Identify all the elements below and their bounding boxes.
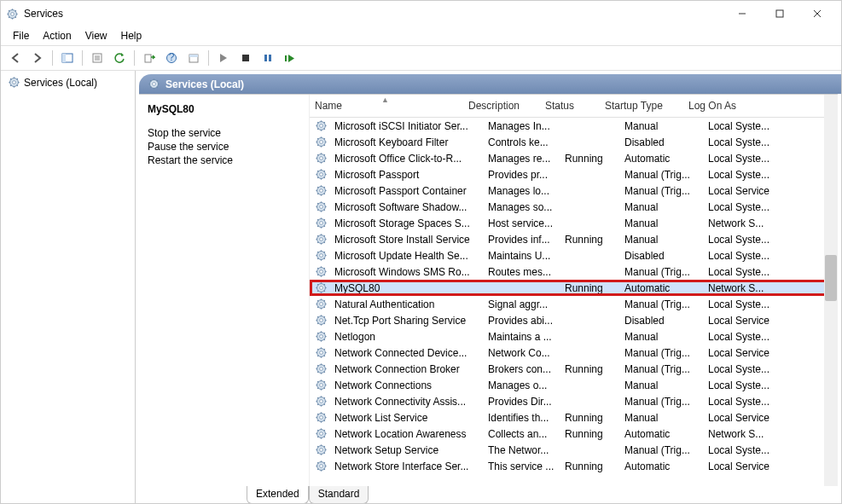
gear-icon xyxy=(315,411,328,424)
gear-icon xyxy=(315,379,328,391)
scrollbar[interactable] xyxy=(824,95,838,486)
cell-startup: Manual xyxy=(619,234,703,246)
cell-logon: Local Syste... xyxy=(703,120,780,132)
col-logon[interactable]: Log On As xyxy=(683,100,760,112)
cell-description: Routes mes... xyxy=(483,266,560,278)
service-row[interactable]: Microsoft Office Click-to-R...Manages re… xyxy=(310,150,838,166)
gear-icon xyxy=(315,281,328,294)
gear-icon xyxy=(315,217,328,229)
properties-button[interactable] xyxy=(88,49,107,67)
service-row[interactable]: Natural AuthenticationSignal aggr...Manu… xyxy=(310,296,838,312)
cell-logon: Local Syste... xyxy=(703,266,780,278)
cell-description: Controls ke... xyxy=(483,136,560,148)
service-row[interactable]: Network Connectivity Assis...Provides Di… xyxy=(310,393,838,409)
service-row[interactable]: Microsoft Storage Spaces S...Host servic… xyxy=(310,215,838,231)
col-startup[interactable]: Startup Type xyxy=(600,100,683,112)
service-row[interactable]: Network Location AwarenessCollects an...… xyxy=(310,426,838,442)
svg-rect-11 xyxy=(776,10,783,17)
nav-back-button[interactable] xyxy=(6,49,25,67)
close-button[interactable] xyxy=(798,2,836,26)
cell-name: Network Store Interface Ser... xyxy=(329,461,483,472)
cell-logon: Local Syste... xyxy=(703,250,780,262)
cell-description: Provides inf... xyxy=(483,234,560,246)
service-row[interactable]: Microsoft Software Shadow...Manages so..… xyxy=(310,199,838,215)
cell-status: Running xyxy=(560,363,619,375)
stop-service-button[interactable] xyxy=(236,49,255,67)
service-row[interactable]: Microsoft Passport ContainerManages lo..… xyxy=(310,182,838,199)
cell-startup: Manual (Trig... xyxy=(619,169,703,181)
service-row[interactable]: Network Connection BrokerBrokers con...R… xyxy=(310,361,838,377)
cell-logon: Local Syste... xyxy=(703,396,780,408)
menu-help[interactable]: Help xyxy=(116,28,148,43)
menu-action[interactable]: Action xyxy=(38,28,76,43)
service-row[interactable]: Net.Tcp Port Sharing ServiceProvides abi… xyxy=(310,312,838,328)
cell-description: Brokers con... xyxy=(483,363,560,375)
cell-description: Manages In... xyxy=(483,120,560,132)
tab-standard[interactable]: Standard xyxy=(309,486,369,504)
restart-service-button[interactable] xyxy=(281,49,299,67)
pause-service-button[interactable] xyxy=(258,49,277,67)
sort-indicator-icon: ▲ xyxy=(381,96,389,104)
refresh-button[interactable] xyxy=(110,49,129,67)
cell-startup: Automatic xyxy=(619,428,703,440)
window-title: Services xyxy=(24,8,63,20)
start-service-button[interactable] xyxy=(214,49,233,67)
cell-logon: Local Syste... xyxy=(703,379,780,391)
scroll-thumb[interactable] xyxy=(825,255,837,301)
service-row[interactable]: Microsoft Store Install ServiceProvides … xyxy=(310,231,838,247)
cell-description: Signal aggr... xyxy=(483,298,560,310)
maximize-button[interactable] xyxy=(761,2,798,26)
service-row[interactable]: NetlogonMaintains a ...ManualLocal Syste… xyxy=(310,328,838,345)
minimize-button[interactable] xyxy=(723,2,761,26)
cell-description: Manages o... xyxy=(483,379,560,391)
stop-link[interactable]: Stop xyxy=(148,127,169,139)
view-tabs: Extended Standard xyxy=(247,486,841,504)
gear-icon xyxy=(315,460,328,472)
cell-description: Network Co... xyxy=(483,347,560,359)
cell-startup: Manual (Trig... xyxy=(619,298,703,310)
tab-extended[interactable]: Extended xyxy=(247,486,309,504)
schedule-button[interactable] xyxy=(184,49,203,67)
service-row[interactable]: Microsoft Keyboard FilterControls ke...D… xyxy=(310,134,838,150)
service-row[interactable]: MySQL80RunningAutomaticNetwork S... xyxy=(310,280,838,296)
show-hide-tree-button[interactable] xyxy=(58,49,77,67)
cell-startup: Automatic xyxy=(619,461,703,472)
cell-startup: Manual xyxy=(619,201,703,213)
menu-view[interactable]: View xyxy=(80,28,113,43)
cell-startup: Manual (Trig... xyxy=(619,347,703,359)
cell-logon: Local Service xyxy=(703,412,780,424)
arrow-right-icon xyxy=(32,52,44,64)
svg-rect-25 xyxy=(242,55,249,61)
service-row[interactable]: Network Store Interface Ser...This servi… xyxy=(310,458,838,474)
cell-logon: Network S... xyxy=(703,217,780,229)
service-row[interactable]: Network Setup ServiceThe Networ...Manual… xyxy=(310,442,838,458)
export-button[interactable] xyxy=(140,49,159,67)
col-description[interactable]: Description xyxy=(463,100,540,112)
restart-link[interactable]: Restart xyxy=(148,154,181,166)
menubar: File Action View Help xyxy=(1,26,841,45)
nav-forward-button[interactable] xyxy=(28,49,47,67)
cell-name: Natural Authentication xyxy=(329,298,483,310)
cell-name: Microsoft Passport xyxy=(329,169,483,181)
menu-file[interactable]: File xyxy=(8,28,34,43)
toolbar: ? xyxy=(1,45,841,71)
service-row[interactable]: Network List ServiceIdentifies th...Runn… xyxy=(310,409,838,426)
detail-pane: MySQL80 Stop the service Pause the servi… xyxy=(139,95,310,486)
help-button[interactable]: ? xyxy=(162,49,181,67)
service-row[interactable]: Microsoft Update Health Se...Maintains U… xyxy=(310,247,838,264)
service-list[interactable]: Microsoft iSCSI Initiator Ser...Manages … xyxy=(310,118,838,486)
svg-rect-26 xyxy=(264,55,267,61)
detail-service-name: MySQL80 xyxy=(148,103,300,115)
cell-description: This service ... xyxy=(483,461,560,472)
service-row[interactable]: Network Connected Device...Network Co...… xyxy=(310,345,838,361)
service-row[interactable]: Microsoft Windows SMS Ro...Routes mes...… xyxy=(310,264,838,280)
col-status[interactable]: Status xyxy=(540,100,600,112)
pause-link[interactable]: Pause xyxy=(148,141,177,153)
tree-root-item[interactable]: Services (Local) xyxy=(4,74,131,90)
service-row[interactable]: Microsoft PassportProvides pr...Manual (… xyxy=(310,166,838,182)
right-header-title: Services (Local) xyxy=(165,78,244,90)
gear-icon xyxy=(315,249,328,262)
play-icon xyxy=(218,53,229,63)
service-row[interactable]: Network ConnectionsManages o...ManualLoc… xyxy=(310,377,838,393)
service-row[interactable]: Microsoft iSCSI Initiator Ser...Manages … xyxy=(310,118,838,134)
